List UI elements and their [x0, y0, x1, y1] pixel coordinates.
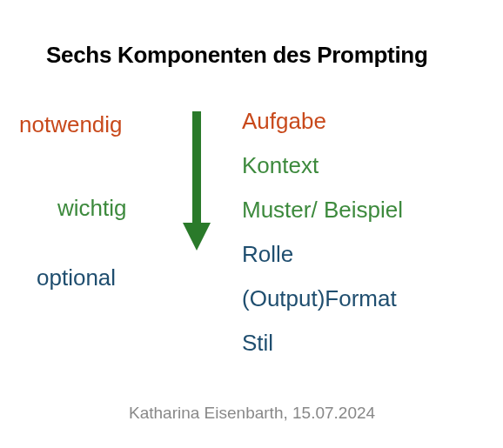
component-aufgabe: Aufgabe — [242, 108, 403, 135]
priority-label-notwendig: notwendig — [19, 111, 123, 138]
component-stil: Stil — [242, 330, 403, 357]
svg-rect-0 — [192, 111, 201, 226]
component-rolle: Rolle — [242, 241, 403, 268]
component-format: (Output)Format — [242, 285, 403, 312]
priority-arrow — [181, 111, 212, 251]
svg-marker-1 — [183, 223, 211, 251]
components-list: Aufgabe Kontext Muster/ Beispiel Rolle (… — [242, 108, 403, 357]
component-kontext: Kontext — [242, 152, 403, 179]
attribution-footer: Katharina Eisenbarth, 15.07.2024 — [129, 404, 375, 423]
diagram-title: Sechs Komponenten des Prompting — [46, 42, 428, 69]
priority-label-optional: optional — [37, 264, 116, 291]
priority-label-wichtig: wichtig — [57, 195, 126, 222]
component-muster: Muster/ Beispiel — [242, 197, 403, 224]
arrow-down-icon — [181, 111, 212, 251]
